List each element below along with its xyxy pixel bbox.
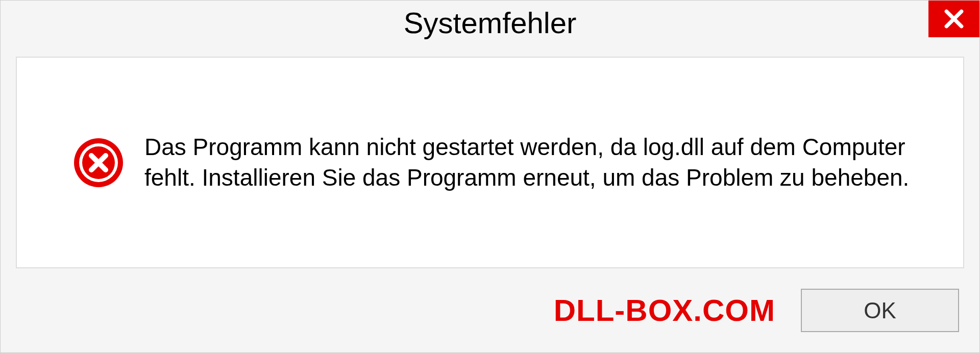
watermark-text: DLL-BOX.COM [554,293,775,328]
error-message: Das Programm kann nicht gestartet werden… [144,132,912,193]
titlebar: Systemfehler [1,1,979,52]
dialog-title: Systemfehler [404,6,576,40]
content-area: Das Programm kann nicht gestartet werden… [16,57,964,268]
dialog-footer: DLL-BOX.COM OK [1,279,979,352]
error-icon [73,137,124,188]
close-icon [943,8,965,30]
close-button[interactable] [928,1,979,37]
error-dialog: Systemfehler Das Programm kann nicht ges… [0,0,980,353]
ok-button[interactable]: OK [801,289,959,332]
